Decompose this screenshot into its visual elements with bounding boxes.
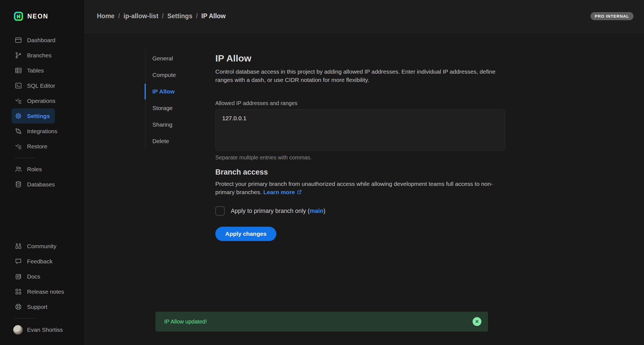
breadcrumb-settings[interactable]: Settings bbox=[167, 12, 192, 20]
database-icon bbox=[15, 181, 22, 188]
git-compare-icon bbox=[15, 127, 22, 135]
breadcrumb-separator: / bbox=[196, 12, 198, 20]
subnav-item-general[interactable]: General bbox=[145, 50, 184, 67]
community-icon bbox=[15, 242, 22, 250]
sidebar-item-label: Support bbox=[27, 304, 47, 310]
list-check-icon bbox=[15, 97, 22, 105]
page-description: Control database access in this project … bbox=[215, 68, 505, 84]
sidebar-item-tables[interactable]: Tables bbox=[12, 63, 49, 78]
apply-changes-button[interactable]: Apply changes bbox=[215, 227, 276, 241]
learn-more-link[interactable]: Learn more bbox=[263, 189, 302, 195]
breadcrumb-project[interactable]: ip-allow-list bbox=[123, 12, 158, 20]
breadcrumb-home[interactable]: Home bbox=[97, 12, 115, 20]
sidebar-item-sql-editor[interactable]: SQL Editor bbox=[12, 78, 60, 93]
primary-branch-label: Apply to primary branch only (main) bbox=[231, 208, 325, 215]
sidebar-item-operations[interactable]: Operations bbox=[12, 93, 60, 108]
sidebar-item-dashboard[interactable]: Dashboard bbox=[12, 33, 60, 48]
primary-branch-label-suffix: ) bbox=[324, 208, 325, 214]
avatar bbox=[13, 325, 23, 335]
sidebar-item-release-notes[interactable]: Release notes bbox=[12, 284, 69, 299]
user-name: Evan Shortiss bbox=[27, 327, 63, 333]
subnav-item-delete[interactable]: Delete bbox=[145, 133, 184, 149]
brand-logo[interactable]: NEON bbox=[0, 0, 84, 33]
dashboard-icon bbox=[15, 36, 22, 44]
sidebar-nav-primary: Dashboard Branches Tables SQL Editor Ope… bbox=[0, 33, 84, 154]
breadcrumb-separator: / bbox=[118, 12, 120, 20]
sidebar: NEON Dashboard Branches Tables SQL Edito… bbox=[0, 0, 85, 345]
sidebar-item-label: Docs bbox=[27, 273, 40, 280]
sidebar-item-label: Community bbox=[27, 243, 56, 250]
sidebar-item-roles[interactable]: Roles bbox=[12, 162, 47, 177]
ip-allow-section: IP Allow Control database access in this… bbox=[215, 33, 505, 241]
learn-more-label: Learn more bbox=[263, 189, 295, 195]
git-branch-icon bbox=[15, 52, 22, 59]
sidebar-item-branches[interactable]: Branches bbox=[12, 48, 57, 63]
ip-addresses-input[interactable]: 127.0.0.1 bbox=[215, 109, 505, 151]
sidebar-item-label: Tables bbox=[27, 67, 44, 74]
message-icon bbox=[15, 258, 22, 265]
topbar: Home / ip-allow-list / Settings / IP All… bbox=[85, 0, 644, 33]
sidebar-item-label: Feedback bbox=[27, 258, 52, 265]
sidebar-item-label: Dashboard bbox=[27, 37, 55, 44]
subnav-item-ip-allow[interactable]: IP Allow bbox=[145, 83, 184, 100]
sidebar-item-feedback[interactable]: Feedback bbox=[12, 254, 57, 269]
sidebar-item-support[interactable]: Support bbox=[12, 299, 52, 314]
sidebar-item-settings[interactable]: Settings bbox=[12, 108, 55, 124]
brand-name: NEON bbox=[27, 13, 48, 20]
sidebar-divider bbox=[15, 158, 35, 158]
document-icon bbox=[15, 273, 22, 280]
main-branch-link[interactable]: main bbox=[310, 208, 324, 214]
sidebar-item-label: Databases bbox=[27, 181, 55, 188]
sidebar-item-docs[interactable]: Docs bbox=[12, 269, 45, 284]
subnav-item-sharing[interactable]: Sharing bbox=[145, 116, 184, 133]
release-notes-icon bbox=[15, 288, 22, 295]
page-title: IP Allow bbox=[215, 53, 505, 64]
life-buoy-icon bbox=[15, 303, 22, 311]
ip-field-helper: Separate multiple entries with commas. bbox=[215, 154, 505, 161]
restore-icon bbox=[15, 143, 22, 150]
toast-message: IP Allow updated! bbox=[164, 319, 473, 325]
sidebar-item-databases[interactable]: Databases bbox=[12, 177, 60, 192]
toast-close-button[interactable] bbox=[473, 317, 481, 326]
success-toast: IP Allow updated! bbox=[155, 312, 488, 331]
gear-icon bbox=[15, 112, 22, 120]
settings-page: General Compute IP Allow Storage Sharing… bbox=[85, 33, 644, 345]
users-icon bbox=[15, 165, 22, 173]
ip-field-label: Allowed IP addresses and ranges bbox=[215, 100, 505, 106]
sidebar-spacer bbox=[0, 192, 84, 239]
external-link-icon bbox=[296, 189, 302, 195]
sidebar-nav-bottom: Community Feedback Docs Release notes Su… bbox=[0, 239, 84, 314]
user-menu[interactable]: Evan Shortiss bbox=[13, 322, 84, 337]
primary-branch-checkbox[interactable] bbox=[215, 206, 225, 216]
subnav-item-compute[interactable]: Compute bbox=[145, 67, 184, 83]
sidebar-item-label: Operations bbox=[27, 98, 55, 104]
primary-branch-row: Apply to primary branch only (main) bbox=[215, 206, 505, 216]
branch-access-title: Branch access bbox=[215, 168, 505, 176]
neon-logo-icon bbox=[14, 12, 23, 21]
breadcrumb-current: IP Allow bbox=[201, 12, 226, 20]
sidebar-nav-secondary: Roles Databases bbox=[0, 162, 84, 192]
plan-badge: PRO INTERNAL bbox=[590, 12, 634, 20]
sidebar-item-label: Branches bbox=[27, 52, 52, 59]
subnav-item-storage[interactable]: Storage bbox=[145, 100, 184, 116]
sidebar-item-label: SQL Editor bbox=[27, 82, 55, 89]
sidebar-item-community[interactable]: Community bbox=[12, 239, 61, 254]
table-icon bbox=[15, 67, 22, 74]
sidebar-item-label: Settings bbox=[27, 113, 50, 119]
close-icon bbox=[475, 319, 479, 324]
sidebar-item-restore[interactable]: Restore bbox=[12, 139, 52, 154]
settings-subnav: General Compute IP Allow Storage Sharing… bbox=[145, 50, 184, 149]
breadcrumb: Home / ip-allow-list / Settings / IP All… bbox=[97, 12, 226, 20]
sidebar-item-label: Release notes bbox=[27, 288, 64, 295]
main-pane: Home / ip-allow-list / Settings / IP All… bbox=[85, 0, 644, 345]
primary-branch-label-prefix: Apply to primary branch only ( bbox=[231, 208, 310, 214]
branch-access-description: Protect your primary branch from unautho… bbox=[215, 180, 505, 196]
sidebar-item-label: Roles bbox=[27, 166, 42, 173]
sidebar-item-label: Integrations bbox=[27, 128, 57, 135]
terminal-icon bbox=[15, 82, 22, 89]
branch-access-text: Protect your primary branch from unautho… bbox=[215, 181, 493, 195]
app-window: NEON Dashboard Branches Tables SQL Edito… bbox=[0, 0, 644, 345]
sidebar-item-integrations[interactable]: Integrations bbox=[12, 124, 62, 139]
sidebar-item-label: Restore bbox=[27, 143, 47, 150]
breadcrumb-separator: / bbox=[162, 12, 164, 20]
